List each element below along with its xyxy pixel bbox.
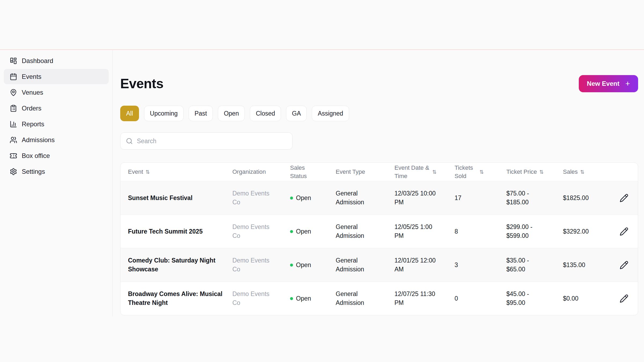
cell-tickets-sold: 0 [455,294,506,303]
plus-icon: + [625,80,630,88]
cell-organization: Demo Events Co [232,189,290,206]
table-row[interactable]: Sunset Music Festival Demo Events Co Ope… [120,181,638,215]
pencil-icon [620,194,628,202]
filter-chip-upcoming[interactable]: Upcoming [144,106,184,121]
cell-event-name: Broadway Comes Alive: Musical Theatre Ni… [120,290,232,307]
cell-organization: Demo Events Co [232,223,290,240]
cell-event-type: General Admission [336,189,394,206]
cell-sales: $135.00 [563,261,612,269]
sidebar-item-box-office[interactable]: Box office [4,148,109,163]
cell-event-name: Comedy Club: Saturday Night Showcase [120,256,232,274]
column-header-sales-status: Sales Status [290,164,336,180]
edit-event-button[interactable] [618,259,630,271]
cell-tickets-sold: 3 [455,261,506,269]
filter-chip-row: All Upcoming Past Open Closed GA Assigne… [120,106,638,121]
search-input[interactable] [136,137,287,145]
cell-ticket-price: $35.00 - $65.00 [506,256,563,274]
sidebar: Dashboard Events Venues Orders [0,50,113,316]
users-icon [10,136,17,144]
top-strip [0,0,644,49]
cell-event-type: General Admission [336,290,394,307]
sidebar-item-label: Dashboard [22,57,53,65]
cell-sales: $1825.00 [563,194,612,202]
cell-actions [612,259,638,271]
filter-chip-assigned[interactable]: Assigned [312,106,349,121]
cell-event-name: Future Tech Summit 2025 [120,227,232,236]
filter-chip-all[interactable]: All [120,106,139,121]
sidebar-item-reports[interactable]: Reports [4,116,109,132]
cell-actions [612,226,638,238]
cell-actions [612,293,638,305]
sidebar-item-label: Admissions [22,136,55,144]
edit-event-button[interactable] [618,192,630,204]
sidebar-item-label: Events [22,73,41,80]
filter-chip-ga[interactable]: GA [286,106,307,121]
cell-sales-status: Open [290,294,336,303]
cell-sales-status: Open [290,194,336,202]
edit-event-button[interactable] [618,226,630,238]
sort-icon: ⇅ [145,168,150,176]
column-header-tickets-sold[interactable]: Tickets Sold ⇅ [455,164,506,180]
cell-sales: $3292.00 [563,227,612,236]
table-row[interactable]: Future Tech Summit 2025 Demo Events Co O… [120,215,638,248]
column-header-event-type: Event Type [336,168,394,176]
new-event-button-label: New Event [587,80,619,87]
sort-icon: ⇅ [432,168,437,176]
status-open-dot [290,230,293,233]
cell-date-time: 12/03/25 10:00 PM [394,189,455,206]
sort-icon: ⇅ [480,168,484,176]
cell-sales-status: Open [290,261,336,269]
table-row[interactable]: Broadway Comes Alive: Musical Theatre Ni… [120,282,638,315]
sidebar-item-venues[interactable]: Venues [4,85,109,100]
column-header-sales[interactable]: Sales ⇅ [563,168,612,176]
new-event-button[interactable]: New Event + [579,75,638,92]
filter-chip-open[interactable]: Open [218,106,245,121]
status-open-dot [290,264,293,267]
map-pin-icon [10,89,17,96]
sidebar-item-admissions[interactable]: Admissions [4,132,109,147]
dashboard-icon [10,57,17,65]
search-box [120,132,292,150]
cell-ticket-price: $299.00 - $599.00 [506,223,563,240]
cell-organization: Demo Events Co [232,256,290,274]
sidebar-item-label: Settings [22,168,45,175]
sidebar-item-dashboard[interactable]: Dashboard [4,53,109,68]
cell-tickets-sold: 8 [455,227,506,236]
bar-chart-icon [10,120,17,128]
column-header-event[interactable]: Event ⇅ [120,168,232,176]
table-row[interactable]: Comedy Club: Saturday Night Showcase Dem… [120,248,638,282]
sidebar-item-label: Venues [22,89,43,96]
cell-ticket-price: $75.00 - $185.00 [506,189,563,206]
cell-event-type: General Admission [336,223,394,240]
sidebar-item-orders[interactable]: Orders [4,101,109,116]
search-icon [126,138,133,145]
cell-date-time: 12/01/25 12:00 AM [394,256,455,274]
cell-actions [612,192,638,204]
filter-chip-closed[interactable]: Closed [250,106,281,121]
cell-sales: $0.00 [563,294,612,303]
cell-ticket-price: $45.00 - $95.00 [506,290,563,307]
app-frame: Dashboard Events Venues Orders [0,50,644,316]
sidebar-item-settings[interactable]: Settings [4,164,109,179]
edit-event-button[interactable] [618,293,630,305]
cell-event-type: General Admission [336,256,394,274]
main-content: Events New Event + All Upcoming Past Ope… [113,50,644,316]
pencil-icon [620,261,628,269]
ticket-icon [10,152,17,160]
filter-chip-past[interactable]: Past [189,106,213,121]
column-header-ticket-price[interactable]: Ticket Price ⇅ [506,168,563,176]
sidebar-item-label: Box office [22,152,50,160]
cell-date-time: 12/07/25 11:30 PM [394,290,455,307]
status-open-dot [290,297,293,300]
clipboard-icon [10,105,17,112]
column-header-event-date-time[interactable]: Event Date & Time ⇅ [394,164,455,180]
calendar-icon [10,73,17,80]
events-table: Event ⇅ Organization Sales Status Event … [120,162,638,315]
cell-date-time: 12/05/25 1:00 PM [394,223,455,240]
cell-tickets-sold: 17 [455,194,506,202]
screen: Dashboard Events Venues Orders [0,0,644,362]
sidebar-item-events[interactable]: Events [4,69,109,84]
sort-icon: ⇅ [539,168,544,176]
gear-icon [10,168,17,175]
column-header-organization: Organization [232,168,290,176]
